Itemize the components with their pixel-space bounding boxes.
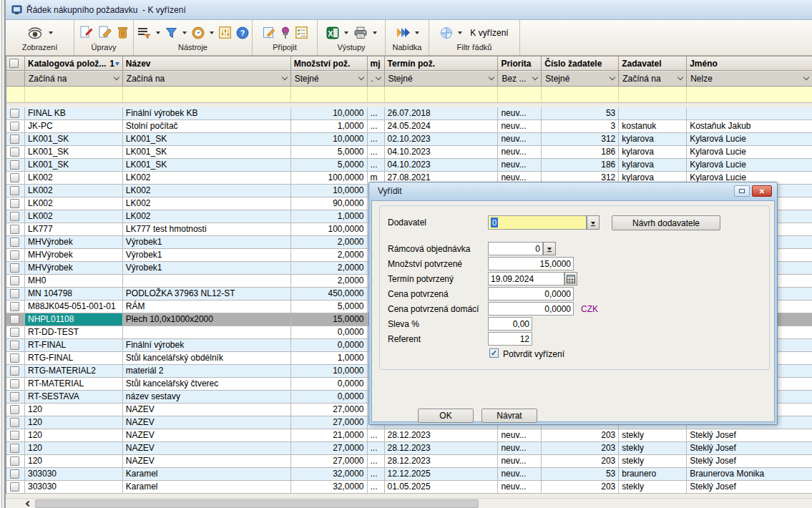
- column-header-mj[interactable]: mj: [368, 56, 385, 71]
- filter-edit-name[interactable]: [123, 87, 291, 103]
- column-header-submitter[interactable]: Zadavatel: [619, 56, 687, 71]
- row-checkbox[interactable]: [10, 212, 19, 221]
- filter-op-mj[interactable]: .: [368, 71, 385, 87]
- dropdown-arrow-icon[interactable]: [458, 31, 462, 36]
- row-checkbox[interactable]: [10, 366, 19, 376]
- planner-clock-icon[interactable]: [192, 26, 205, 39]
- column-header-name[interactable]: Název: [123, 56, 291, 71]
- row-select-cell[interactable]: [6, 262, 25, 275]
- column-header-fullname[interactable]: Jméno: [687, 56, 812, 71]
- dialog-close-button[interactable]: ✕: [752, 185, 772, 197]
- row-select-cell[interactable]: [6, 197, 25, 210]
- dialog-titlebar[interactable]: Vyřídit ✕: [369, 182, 777, 200]
- row-checkbox[interactable]: [10, 238, 19, 247]
- row-select-cell[interactable]: [6, 378, 25, 391]
- row-checkbox[interactable]: [10, 379, 19, 389]
- row-select-cell[interactable]: [6, 365, 25, 378]
- referent-input[interactable]: 12: [488, 332, 532, 346]
- filter-op-submitter[interactable]: Začíná na: [619, 71, 687, 87]
- row-select-cell[interactable]: [6, 352, 25, 365]
- filter-edit-requester[interactable]: [542, 87, 619, 103]
- row-select-cell[interactable]: [6, 288, 25, 301]
- row-select-cell[interactable]: [6, 172, 25, 185]
- column-header-requester[interactable]: Číslo žadatele: [542, 56, 619, 71]
- confirm-checkbox[interactable]: [489, 348, 499, 358]
- row-checkbox[interactable]: [10, 431, 19, 440]
- column-header-catalog[interactable]: Katalogová polož...1: [25, 56, 123, 71]
- row-select-cell[interactable]: [6, 275, 25, 288]
- list-settings-icon[interactable]: [137, 26, 151, 39]
- filter-edit-qty[interactable]: [291, 87, 368, 103]
- row-checkbox[interactable]: [10, 469, 19, 479]
- row-select-cell[interactable]: [6, 455, 25, 468]
- row-select-cell[interactable]: [6, 185, 25, 197]
- dropdown-arrow-icon[interactable]: [344, 31, 348, 36]
- row-checkbox[interactable]: [10, 456, 19, 466]
- frame-order-input[interactable]: 0: [488, 242, 543, 255]
- row-checkbox[interactable]: [10, 418, 19, 427]
- table-row[interactable]: JK-PCStolní počítač1,0000...24.05.2024ne…: [6, 120, 812, 133]
- row-select-cell[interactable]: [6, 249, 25, 262]
- dropdown-arrow-icon[interactable]: [156, 31, 160, 36]
- row-select-cell[interactable]: [6, 301, 25, 313]
- row-checkbox[interactable]: [10, 302, 19, 311]
- filter-op-priority[interactable]: Bez ...: [498, 71, 542, 87]
- view-eye-icon[interactable]: [26, 26, 44, 39]
- price-domestic-input[interactable]: 0,0000: [488, 302, 574, 316]
- delete-record-icon[interactable]: [117, 26, 129, 39]
- row-checkbox[interactable]: [10, 109, 19, 118]
- row-checkbox[interactable]: [10, 122, 19, 131]
- new-record-icon[interactable]: [79, 26, 93, 39]
- row-checkbox[interactable]: [10, 263, 19, 273]
- row-select-cell[interactable]: [6, 404, 25, 416]
- tasks-checklist-icon[interactable]: [295, 26, 308, 39]
- row-checkbox[interactable]: [10, 160, 19, 170]
- discount-input[interactable]: 0,00: [488, 317, 532, 331]
- filter-edit-fullname[interactable]: [687, 87, 812, 103]
- table-row[interactable]: LK001_SKLK001_SK5,0000...04.10.2023neuv.…: [6, 146, 812, 159]
- row-checkbox[interactable]: [10, 405, 19, 414]
- table-row[interactable]: 120NAZEV27,0000...28.12.2023neuv...203st…: [6, 442, 812, 455]
- qty-confirmed-input[interactable]: 15,0000: [488, 257, 574, 270]
- row-select-cell[interactable]: [6, 223, 25, 236]
- column-header-date[interactable]: Termín pož.: [385, 56, 499, 71]
- table-row[interactable]: 303030Karamel32,0000...12.12.2025neuv...…: [6, 468, 812, 481]
- horizontal-scrollbar[interactable]: [6, 498, 812, 508]
- scrollbar-thumb[interactable]: [35, 499, 479, 508]
- row-checkbox[interactable]: [10, 225, 19, 234]
- filter-edit-submitter[interactable]: [619, 87, 687, 103]
- filter-edit-priority[interactable]: [498, 87, 542, 103]
- row-checkbox[interactable]: [10, 444, 19, 453]
- row-select-cell[interactable]: [6, 210, 25, 223]
- row-checkbox[interactable]: [10, 186, 19, 195]
- row-select-cell[interactable]: [6, 481, 25, 494]
- table-row[interactable]: LK001_SKLK001_SK5,0000...04.10.2023neuv.…: [6, 159, 812, 172]
- supplier-lookup-button[interactable]: [587, 215, 600, 230]
- row-select-cell[interactable]: [6, 107, 25, 120]
- dropdown-arrow-icon[interactable]: [49, 31, 53, 36]
- row-filter-tag[interactable]: K vyřízení: [470, 28, 508, 38]
- row-checkbox[interactable]: [10, 276, 19, 285]
- ok-button[interactable]: OK: [418, 409, 474, 423]
- row-checkbox[interactable]: [10, 250, 19, 260]
- filter-edit-mj[interactable]: [368, 87, 385, 103]
- settings-sliders-icon[interactable]: [219, 26, 231, 39]
- frame-order-lookup-button[interactable]: [543, 242, 556, 255]
- table-row[interactable]: 120NAZEV27,0000...28.12.2023neuv...203st…: [6, 455, 812, 468]
- edit-record-icon[interactable]: [98, 26, 112, 39]
- row-checkbox[interactable]: [10, 135, 19, 144]
- dropdown-arrow-icon[interactable]: [415, 31, 419, 36]
- row-select-cell[interactable]: [6, 416, 25, 429]
- excel-export-icon[interactable]: X: [326, 26, 339, 39]
- filter-op-fullname[interactable]: Nelze: [687, 71, 812, 87]
- column-header-priority[interactable]: Priorita: [498, 56, 542, 71]
- row-checkbox[interactable]: [10, 482, 19, 492]
- row-checkbox[interactable]: [10, 341, 19, 350]
- filter-edit-sel[interactable]: [6, 87, 25, 103]
- row-checkbox[interactable]: [10, 147, 19, 157]
- table-row[interactable]: LK001_SKLK001_SK10,0000...02.10.2023neuv…: [6, 133, 812, 146]
- table-row[interactable]: 303030Karamel32,0000...01.05.2025neuv...…: [6, 481, 812, 494]
- filter-op-name[interactable]: Začíná na: [123, 71, 291, 87]
- row-checkbox[interactable]: [10, 315, 19, 324]
- row-filter-icon[interactable]: [440, 26, 453, 39]
